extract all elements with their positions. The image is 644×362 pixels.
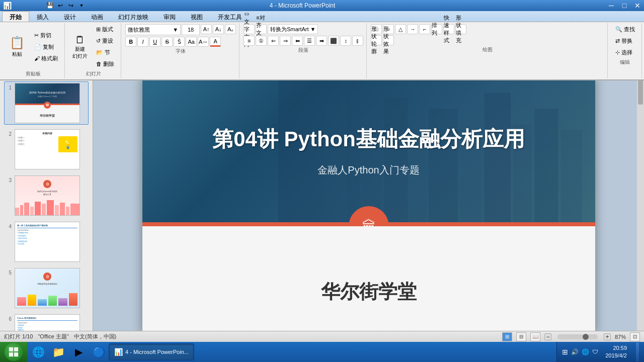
paste-button[interactable]: 📋 粘贴 <box>5 33 29 61</box>
close-button[interactable]: ✕ <box>631 0 644 11</box>
font-size-increase[interactable]: A↑ <box>201 24 212 34</box>
font-size-input[interactable]: 18 <box>182 24 200 35</box>
bold-button[interactable]: B <box>125 37 136 47</box>
slide-preview-4: 第一章 工具的基础知识和下载安装 • 如何安装Python • 安装Anacon… <box>15 222 80 262</box>
slide-thumb-3[interactable]: 3 ⚙ 如何让Python成为你的 量化工具 <box>4 174 89 217</box>
clear-format-button[interactable]: Aₓ <box>225 24 236 34</box>
zoom-out-button[interactable]: − <box>544 333 551 340</box>
system-clock[interactable]: 20:59 2019/4/2 <box>601 344 631 360</box>
align-justify[interactable]: ⬛ <box>328 36 339 46</box>
tab-view[interactable]: 视图 <box>183 11 210 22</box>
new-slide-button[interactable]: 🗒 新建 幻灯片 <box>69 33 91 61</box>
qat-dropdown[interactable]: ▼ <box>77 1 86 10</box>
numbered-button[interactable]: ① <box>256 36 267 46</box>
taskbar-files-button[interactable]: 📁 <box>49 343 67 361</box>
scroll-track[interactable] <box>637 74 644 334</box>
reset-button[interactable]: ↺ 重设 <box>93 36 118 46</box>
font-size-decrease[interactable]: A↓ <box>213 24 224 34</box>
delete-button[interactable]: 🗑 删除 <box>93 59 118 69</box>
quick-styles-button[interactable]: 快速样式 <box>443 24 454 34</box>
redo-button[interactable]: ↪ <box>66 1 75 10</box>
increase-indent[interactable]: ⇒ <box>280 36 291 46</box>
start-orb[interactable] <box>5 343 23 361</box>
canvas-area[interactable]: 第04讲 Python基础金融分析应用 金融人Python入门专题 🏛 华尔街学… <box>93 65 644 342</box>
strikethrough-button[interactable]: S <box>162 37 173 47</box>
arrange-button[interactable]: 排列 <box>431 24 442 34</box>
tray-security[interactable]: 🛡 <box>592 348 598 355</box>
right-scrollbar[interactable]: ▲ ▼ <box>637 65 644 342</box>
decrease-indent[interactable]: ⇐ <box>268 36 279 46</box>
tab-insert[interactable]: 插入 <box>29 11 56 22</box>
font-row1: 微软雅黑 ▼ 18 A↑ A↓ Aₓ <box>125 24 236 35</box>
char-spacing-button[interactable]: A↔ <box>198 37 209 47</box>
taskbar-powerpoint-button[interactable]: 📊 4 - Microsoft PowerPoin... <box>109 343 194 360</box>
tab-animation[interactable]: 动画 <box>84 11 111 22</box>
cut-button[interactable]: ✂ 剪切 <box>31 30 61 41</box>
svg-rect-3 <box>30 207 34 215</box>
show-desktop-strip[interactable] <box>636 342 639 361</box>
layout-button[interactable]: ⊞ 版式 <box>93 24 118 35</box>
svg-rect-4 <box>35 202 41 215</box>
font-color-button[interactable]: A <box>210 37 221 47</box>
italic-button[interactable]: I <box>137 37 148 47</box>
zoom-slider[interactable] <box>557 334 598 339</box>
minimize-button[interactable]: ─ <box>605 0 618 11</box>
text-direction-button[interactable]: ⇔文字方向 <box>244 24 255 34</box>
line-spacing[interactable]: ↕ <box>340 36 351 46</box>
shape-fill-button[interactable]: 形状填充 <box>455 24 466 34</box>
column-button[interactable]: ⫿ <box>352 36 363 46</box>
copy-button[interactable]: 📄 复制 <box>31 42 61 52</box>
zoom-in-button[interactable]: + <box>604 333 611 340</box>
underline-button[interactable]: U <box>149 37 160 47</box>
smartart-button[interactable]: 转换为SmartArt ▼ <box>268 24 318 34</box>
shape-triangle[interactable]: △ <box>395 24 406 34</box>
clipboard-group: 📋 粘贴 ✂ 剪切 📄 复制 🖌 格式刷 剪贴板 <box>2 23 65 78</box>
tray-network[interactable]: 🌐 <box>582 348 589 355</box>
slide-thumb-4[interactable]: 4 第一章 工具的基础知识和下载安装 • 如何安装Python • 安装Anac… <box>4 220 89 263</box>
align-left[interactable]: ⬅ <box>292 36 303 46</box>
zoom-thumb[interactable] <box>583 334 589 340</box>
taskbar-ie-button[interactable]: 🌐 <box>29 343 47 361</box>
tab-slideshow[interactable]: 幻灯片放映 <box>111 11 156 22</box>
tab-home[interactable]: 开始 <box>2 11 29 22</box>
align-text-button[interactable]: ≡对齐文本 <box>256 24 267 34</box>
bullet-button[interactable]: ≡ <box>244 36 255 46</box>
format-paint-button[interactable]: 🖌 格式刷 <box>31 53 61 64</box>
align-right[interactable]: ➡ <box>316 36 327 46</box>
normal-view-button[interactable]: ⊞ <box>502 332 512 341</box>
slide-thumb-1[interactable]: 1 第04讲 Python基础金融分析应用 金融人Python入门专题 🏛 华尔… <box>4 81 89 125</box>
find-button[interactable]: 🔍 查找 <box>612 24 638 35</box>
tray-volume[interactable]: 🔊 <box>571 348 579 355</box>
taskbar-media-button[interactable]: ▶ <box>69 343 88 361</box>
slide-thumb-2[interactable]: 2 本期内容 □ 内容一 □ 内容二 □ 内容三 💡 <box>4 128 89 171</box>
slide-title-area: 第04讲 Python基础金融分析应用 金融人Python入门专题 <box>142 75 595 226</box>
reading-view-button[interactable]: 📖 <box>530 332 540 341</box>
slide-sorter-button[interactable]: ⊟ <box>516 332 526 341</box>
taskbar-app-label: 4 - Microsoft PowerPoin... <box>125 349 189 355</box>
svg-rect-7 <box>55 205 59 215</box>
save-button[interactable]: 💾 <box>45 1 54 10</box>
undo-button[interactable]: ↩ <box>56 1 65 10</box>
align-center[interactable]: ☰ <box>304 36 315 46</box>
shape-effects-button[interactable]: 形状效果 <box>383 35 394 45</box>
taskbar-chrome-button[interactable]: 🔵 <box>90 343 108 361</box>
select-button[interactable]: ⊹ 选择 <box>612 47 638 58</box>
tab-review[interactable]: 审阅 <box>156 11 183 22</box>
font-name-dropdown[interactable]: 微软雅黑 ▼ <box>125 24 181 35</box>
fit-window-button[interactable]: ⊡ <box>630 332 640 341</box>
shape-arrow[interactable]: → <box>407 24 418 34</box>
taskbar-right: ⊞ 🔊 🌐 🛡 20:59 2019/4/2 <box>556 342 644 362</box>
shape-outline-button[interactable]: 形状轮廓 <box>371 35 382 45</box>
tab-design[interactable]: 设计 <box>56 11 84 22</box>
maximize-button[interactable]: □ <box>618 0 631 11</box>
slide-thumb-5[interactable]: 5 ⚙ 对数益率及其基础知识 <box>4 266 89 310</box>
shadow-button[interactable]: S̈ <box>174 37 185 47</box>
slide-thumbnails[interactable]: 1 第04讲 Python基础金融分析应用 金融人Python入门专题 🏛 华尔… <box>0 77 93 342</box>
all-caps-button[interactable]: Aa <box>186 37 197 47</box>
replace-button[interactable]: ⇄ 替换 <box>612 36 638 46</box>
slide-preview-1: 第04讲 Python基础金融分析应用 金融人Python入门专题 🏛 华尔街学… <box>15 83 80 123</box>
show-desktop-button[interactable]: ⊞ <box>562 348 568 356</box>
start-button[interactable] <box>0 342 27 362</box>
section-button[interactable]: 📂 节 <box>93 47 118 58</box>
shape-more[interactable]: ⌐ <box>419 24 430 34</box>
